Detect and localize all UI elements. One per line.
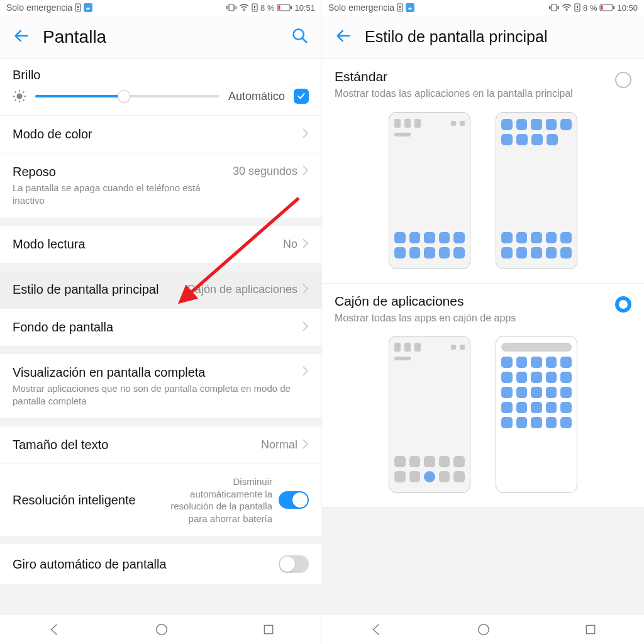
sleep-desc: La pantalla se apaga cuando el teléfono … — [13, 182, 233, 206]
sim-alert-icon — [75, 3, 81, 12]
reading-mode-row[interactable]: Modo lectura No — [0, 226, 321, 264]
svg-rect-8 — [254, 9, 255, 10]
svg-line-18 — [15, 92, 16, 93]
text-size-value: Normal — [261, 438, 297, 452]
header-bar: Pantalla — [0, 15, 321, 59]
nav-recent-button[interactable] — [584, 623, 597, 636]
svg-point-30 — [566, 10, 567, 11]
sleep-label: Reposo — [13, 165, 233, 179]
svg-rect-38 — [587, 625, 595, 633]
nav-bar — [322, 614, 644, 644]
battery-icon — [599, 4, 614, 11]
sleep-value: 30 segundos — [233, 165, 297, 178]
text-size-row[interactable]: Tamaño del texto Normal — [0, 426, 321, 464]
svg-rect-1 — [77, 6, 79, 8]
color-mode-label: Modo de color — [13, 127, 301, 142]
svg-line-19 — [23, 100, 25, 101]
home-style-label: Estilo de pantalla principal — [13, 282, 187, 297]
chevron-right-icon — [301, 128, 309, 142]
auto-rotate-label: Giro automático de pantalla — [13, 557, 279, 572]
vibrate-icon — [549, 4, 559, 11]
svg-rect-23 — [264, 625, 272, 633]
reading-mode-value: No — [283, 238, 297, 251]
data-alert-icon — [252, 3, 258, 12]
wallpaper-row[interactable]: Fondo de pantalla — [0, 309, 321, 347]
auto-rotate-row: Giro automático de pantalla — [0, 544, 321, 584]
data-alert-icon — [574, 3, 580, 12]
fullscreen-row[interactable]: Visualización en pantalla completa Mostr… — [0, 354, 321, 419]
brightness-slider[interactable] — [35, 95, 219, 97]
search-button[interactable] — [291, 27, 309, 47]
smart-resolution-toggle[interactable] — [279, 491, 309, 509]
sleep-row[interactable]: Reposo La pantalla se apaga cuando el te… — [0, 153, 321, 218]
chevron-right-icon — [301, 365, 309, 379]
nav-home-button[interactable] — [155, 623, 169, 636]
text-size-label: Tamaño del texto — [13, 438, 261, 452]
app-notif-icon — [406, 3, 414, 12]
home-style-value: Cajón de aplicaciones — [187, 283, 297, 296]
nav-back-button[interactable] — [47, 623, 61, 636]
svg-rect-29 — [552, 4, 557, 11]
chevron-right-icon — [301, 321, 309, 335]
option-drawer-title: Cajón de aplicaciones — [335, 294, 606, 309]
svg-rect-11 — [279, 6, 280, 10]
svg-rect-7 — [254, 6, 255, 8]
smart-resolution-label: Resolución inteligente — [13, 493, 159, 508]
back-button[interactable] — [13, 27, 30, 47]
clock-text: 10:51 — [294, 3, 315, 13]
battery-pct-text: 8 % — [583, 3, 597, 13]
svg-rect-33 — [577, 9, 578, 10]
nav-home-button[interactable] — [477, 623, 491, 636]
page-title: Estilo de pantalla principal — [365, 28, 631, 46]
header-bar: Estilo de pantalla principal — [322, 15, 644, 59]
option-standard-radio[interactable] — [615, 72, 631, 88]
svg-rect-26 — [399, 6, 401, 8]
svg-point-5 — [243, 10, 245, 11]
fullscreen-label: Visualización en pantalla completa — [13, 365, 301, 380]
smart-resolution-row: Resolución inteligente Disminuir automát… — [0, 464, 321, 536]
color-mode-row[interactable]: Modo de color — [0, 116, 321, 153]
svg-rect-2 — [77, 9, 79, 10]
svg-point-13 — [16, 93, 22, 99]
option-drawer-radio[interactable] — [615, 296, 631, 313]
home-style-row[interactable]: Estilo de pantalla principal Cajón de ap… — [0, 271, 321, 309]
nav-recent-button[interactable] — [262, 623, 275, 636]
sim-alert-icon — [397, 3, 403, 12]
back-button[interactable] — [335, 27, 352, 47]
carrier-text: Solo emergencia — [328, 3, 394, 13]
battery-pct-text: 8 % — [260, 3, 274, 13]
nav-back-button[interactable] — [369, 623, 383, 636]
option-drawer-desc: Mostrar todas las apps en cajón de apps — [335, 311, 606, 325]
brightness-section: Brillo Automático — [0, 59, 321, 116]
standard-preview — [335, 112, 631, 269]
svg-line-20 — [15, 100, 16, 101]
brightness-icon — [13, 89, 26, 103]
svg-rect-10 — [291, 6, 292, 9]
chevron-right-icon — [301, 283, 309, 297]
page-title: Pantalla — [43, 27, 279, 47]
smart-resolution-desc: Disminuir automáticamente la resolución … — [159, 475, 272, 525]
status-bar: Solo emergencia 8 % 10:51 — [0, 0, 321, 15]
option-standard[interactable]: Estándar Mostrar todas las aplicaciones … — [322, 59, 644, 284]
svg-rect-36 — [601, 6, 603, 10]
reading-mode-label: Modo lectura — [13, 237, 283, 252]
option-drawer[interactable]: Cajón de aplicaciones Mostrar todas las … — [322, 284, 644, 508]
battery-icon — [277, 4, 292, 11]
auto-brightness-checkbox[interactable] — [294, 89, 309, 104]
auto-brightness-label: Automático — [228, 90, 285, 103]
nav-bar — [0, 614, 321, 644]
chevron-right-icon — [301, 438, 309, 452]
svg-line-21 — [23, 92, 25, 93]
svg-rect-27 — [399, 9, 401, 10]
auto-rotate-toggle[interactable] — [279, 555, 309, 573]
status-bar: Solo emergencia 8 % 10:50 — [322, 0, 644, 15]
wifi-icon — [239, 4, 249, 11]
brightness-title: Brillo — [13, 68, 309, 82]
app-notif-icon — [84, 3, 92, 12]
chevron-right-icon — [301, 165, 309, 179]
svg-point-37 — [479, 624, 489, 635]
svg-rect-32 — [577, 6, 578, 8]
wifi-icon — [562, 4, 572, 11]
left-phone: Solo emergencia 8 % 10:51 Pantalla — [0, 0, 322, 644]
svg-point-22 — [156, 624, 167, 635]
